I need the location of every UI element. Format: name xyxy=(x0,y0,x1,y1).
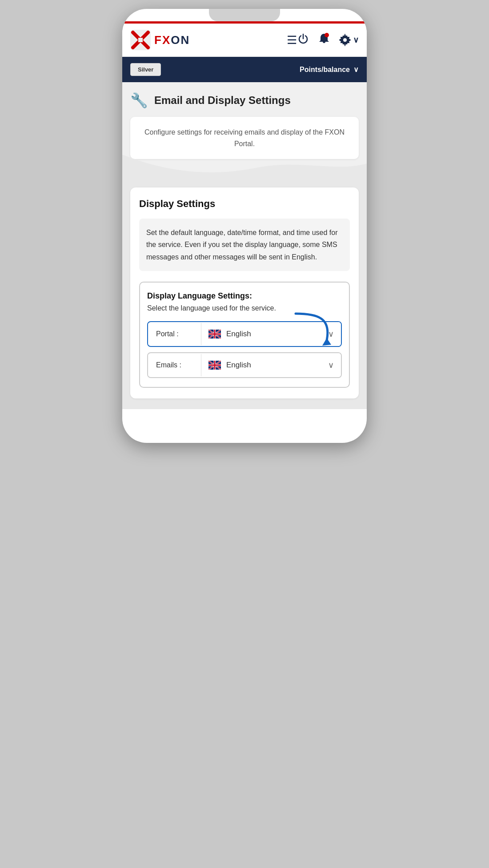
status-bar: Silver Points/balance ∨ xyxy=(122,57,367,82)
header-icons: ∨ xyxy=(297,32,359,48)
app-header: FXON ☰ xyxy=(122,24,367,57)
logo: FXON xyxy=(130,30,279,50)
bell-icon[interactable] xyxy=(318,32,330,48)
emails-lang-name: English xyxy=(226,361,251,370)
description-box: Configure settings for receiving emails … xyxy=(130,117,359,159)
emails-select[interactable]: English ∨ xyxy=(201,353,341,377)
wrench-icon: 🔧 xyxy=(130,92,148,109)
description-section: Configure settings for receiving emails … xyxy=(122,117,367,177)
emails-select-inner: English xyxy=(208,361,251,370)
arrow-icon xyxy=(291,309,336,354)
points-chevron: ∨ xyxy=(353,65,359,74)
emails-language-row: Emails : English xyxy=(147,352,342,378)
display-settings-card: Display Settings Set the default languag… xyxy=(130,187,359,398)
menu-button[interactable]: ☰ xyxy=(287,33,297,47)
lang-settings-title: Display Language Settings: xyxy=(147,291,342,301)
info-box: Set the default language, date/time form… xyxy=(139,219,350,271)
wave-divider xyxy=(122,155,367,177)
logo-text: FXON xyxy=(154,33,190,47)
points-balance-button[interactable]: Points/balance ∨ xyxy=(300,65,359,74)
portal-select-inner: English xyxy=(208,330,251,338)
phone-frame: FXON ☰ xyxy=(122,9,367,443)
page-title: Email and Display Settings xyxy=(154,94,291,107)
description-text: Configure settings for receiving emails … xyxy=(144,128,345,147)
svg-point-4 xyxy=(325,33,329,37)
gear-chevron: ∨ xyxy=(353,35,359,45)
portal-label: Portal : xyxy=(148,323,201,345)
svg-rect-3 xyxy=(138,38,143,42)
main-content: Display Settings Set the default languag… xyxy=(122,177,367,409)
page-title-area: 🔧 Email and Display Settings xyxy=(122,82,367,117)
svg-marker-7 xyxy=(322,338,331,346)
uk-flag-emails xyxy=(208,361,221,370)
lang-settings-box: Display Language Settings: Select the la… xyxy=(139,282,350,388)
emails-label: Emails : xyxy=(148,354,201,376)
svg-point-6 xyxy=(343,38,347,42)
power-icon[interactable] xyxy=(297,32,309,48)
gear-icon xyxy=(339,34,351,46)
emails-chevron-icon: ∨ xyxy=(328,360,334,370)
silver-badge[interactable]: Silver xyxy=(130,63,161,76)
portal-lang-name: English xyxy=(226,330,251,338)
phone-notch xyxy=(209,9,280,21)
uk-flag-portal xyxy=(208,330,221,338)
logo-icon xyxy=(130,30,151,50)
gear-dropdown[interactable]: ∨ xyxy=(339,34,359,46)
display-settings-title: Display Settings xyxy=(139,198,350,210)
